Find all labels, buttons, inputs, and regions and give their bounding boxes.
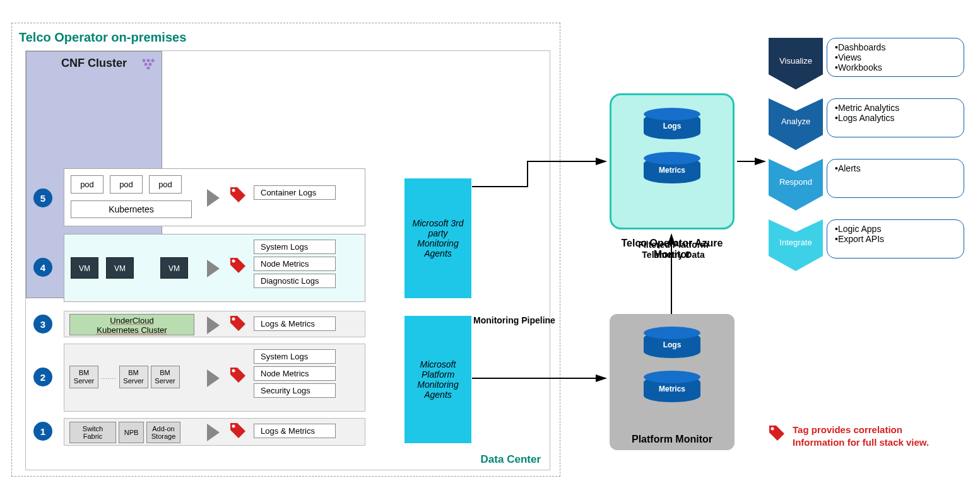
infra-box: NPB [119,422,144,443]
chevron-row-visualize: Visualize •Dashboards •Views •Workbooks [769,38,964,83]
pod-box: pod [110,175,143,194]
cyl-label: Metrics [644,166,700,175]
cyl-label: Logs [644,122,700,130]
tag-icon [228,421,247,443]
vm-box: VM [71,257,98,279]
ellipsis: ....... [101,374,117,380]
cylinder-logs: Logs [611,113,733,139]
arrow-icon [207,189,220,209]
badge-3: 3 [33,315,52,334]
svg-point-0 [143,59,146,62]
legend: Tag provides correlation Information for… [767,424,929,449]
agent-3p-box: Microsoft 3rd party Monitoring Agents [404,178,471,298]
badge-4: 4 [33,258,52,277]
vm-box: VM [160,257,188,279]
chevron-label: Integrate [779,238,812,247]
infra-row: Switch Fabric NPB Add-on Storage [69,422,180,443]
svg-point-7 [232,260,235,263]
svg-point-3 [145,63,148,66]
svg-point-8 [232,318,235,321]
chevron-items-integrate: •Logic Apps •Export APIs [827,219,964,258]
cylinder-metrics: Metrics [610,376,735,402]
cyl-label: Logs [644,340,700,349]
layer1-logs: Logs & Metrics [254,424,336,438]
item: •Logs Analytics [835,113,956,123]
log-item: Container Logs [254,185,336,200]
platform-monitor-title: Platform Monitor [610,434,735,445]
bm-server-box: BM Server [151,366,180,388]
svg-point-5 [147,67,150,70]
badge-1: 1 [33,422,52,441]
vm-row: VM VM VM [71,257,188,279]
layer3-row: UnderCloud Kubernetes Cluster Logs & Met… [64,311,365,337]
svg-point-10 [232,425,235,428]
item: •Dashboards [835,42,956,52]
chevron-row-respond: Respond •Alerts [769,159,964,204]
item: •Alerts [835,163,956,173]
agent-platform-box: Microsoft Platform Monitoring Agents [404,316,471,443]
bm-server-box: BM Server [69,366,98,388]
pod-box: pod [149,175,182,194]
svg-point-1 [147,59,150,62]
layer4-logs: System Logs Node Metrics Diagnostic Logs [254,240,336,288]
azure-monitor-box: Logs Metrics Telco Operator Azure Monito… [610,93,735,229]
layer4-row: VM VM VM System Logs Node Metrics Diagno… [64,234,365,302]
arrow-icon [207,424,220,444]
legend-line1: Tag provides correlation [793,424,929,436]
chevron-items-visualize: •Dashboards •Views •Workbooks [827,38,964,77]
svg-point-18 [771,427,774,431]
legend-line2: Information for full stack view. [793,436,929,449]
layer2-row: BM Server ....... BM Server BM Server Sy… [64,344,365,412]
layer2-logs: System Logs Node Metrics Security Logs [254,349,336,398]
infra-box: Add-on Storage [146,422,180,443]
arrow-icon [207,260,220,280]
log-item: System Logs [254,349,336,364]
item: •Workbooks [835,62,956,72]
chevron-column: Visualize •Dashboards •Views •Workbooks … [769,38,964,265]
cluster-icon [141,58,155,72]
log-item: System Logs [254,240,336,254]
datacenter-box: Data Center CNF Cluster pod pod pod Kube… [25,50,550,470]
chevron-items-respond: •Alerts [827,159,964,198]
datacenter-label: Data Center [481,453,541,466]
kubernetes-box: Kubernetes [71,200,192,218]
item: •Logic Apps [835,224,956,234]
log-item: Logs & Metrics [254,424,336,438]
pipeline-label: Monitoring Pipeline [473,315,555,325]
chevron-respond: Respond [769,159,823,204]
badge-2: 2 [33,368,52,386]
tag-icon [228,366,247,387]
undercloud-line2: Kubernetes Cluster [70,325,194,335]
chevron-integrate: Integrate [769,219,823,265]
infra-box: Switch Fabric [69,422,116,443]
pods-row: pod pod pod [71,175,182,194]
svg-point-4 [149,63,152,66]
chevron-label: Visualize [779,56,812,66]
chevron-analyze: Analyze [769,98,823,144]
tag-icon [228,314,247,335]
chevron-visualize: Visualize [769,38,823,83]
undercloud-box: UnderCloud Kubernetes Cluster [69,314,194,335]
arrow-icon [207,316,220,337]
chevron-label: Analyze [781,117,810,126]
arrow-icon [207,369,220,390]
tag-icon [228,185,247,207]
item: •Views [835,52,956,62]
log-item: Diagnostic Logs [254,274,336,288]
log-item: Node Metrics [254,366,336,381]
cylinder-logs: Logs [610,332,735,358]
azure-monitor-title: Telco Operator Azure Monitor [611,238,733,260]
tag-icon [228,256,247,277]
item: •Export APIs [835,234,956,244]
item: •Metric Analytics [835,103,956,113]
chevron-items-analyze: •Metric Analytics •Logs Analytics [827,98,964,137]
layer1-row: Switch Fabric NPB Add-on Storage Logs & … [64,418,365,446]
layer5-row: pod pod pod Kubernetes Container Logs [64,168,365,226]
layer3-logs: Logs & Metrics [254,316,336,331]
tag-icon [767,424,786,445]
pod-box: pod [71,175,103,194]
cylinder-metrics: Metrics [611,157,733,183]
onprem-title: Telco Operator on-premises [19,30,186,45]
layer5-logs: Container Logs [254,185,336,200]
cyl-label: Metrics [644,385,700,393]
